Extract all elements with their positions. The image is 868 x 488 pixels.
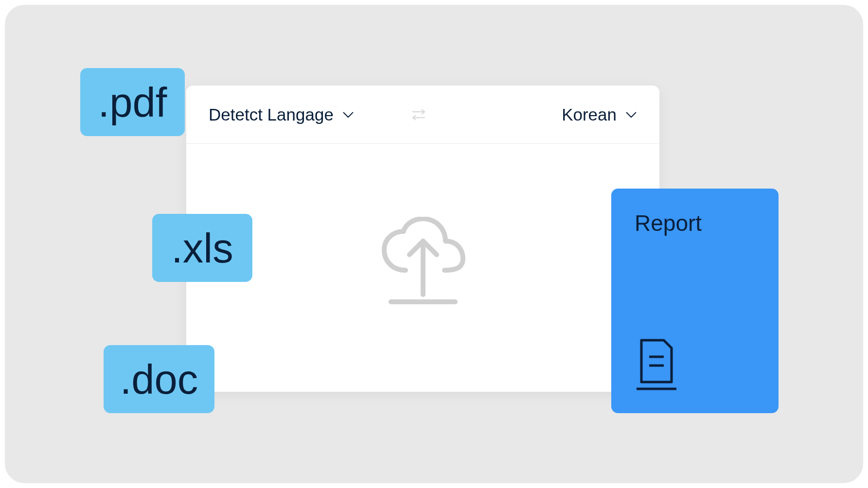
file-type-chip-pdf[interactable]: .pdf [80, 68, 185, 136]
file-type-label: .doc [120, 359, 198, 400]
file-type-label: .xls [171, 227, 233, 269]
file-type-chip-xls[interactable]: .xls [152, 214, 252, 282]
upload-drop-zone[interactable] [186, 144, 659, 392]
chevron-down-icon [625, 111, 637, 118]
document-icon [635, 338, 678, 392]
report-title: Report [635, 210, 755, 236]
canvas-background: Detetct Langage Korean [5, 5, 863, 483]
panel-header: Detetct Langage Korean [186, 86, 659, 144]
source-language-label: Detetct Langage [209, 105, 334, 124]
target-language-dropdown[interactable]: Korean [562, 105, 637, 124]
report-card[interactable]: Report [611, 189, 779, 413]
chevron-down-icon [342, 111, 354, 118]
file-type-label: .pdf [98, 82, 167, 123]
cloud-upload-icon [377, 217, 469, 319]
target-language-label: Korean [562, 105, 617, 124]
swap-arrows-icon [410, 106, 427, 123]
source-language-dropdown[interactable]: Detetct Langage [209, 105, 354, 124]
file-type-chip-doc[interactable]: .doc [104, 345, 214, 413]
swap-languages-button[interactable] [410, 106, 427, 123]
translate-panel: Detetct Langage Korean [186, 86, 659, 392]
